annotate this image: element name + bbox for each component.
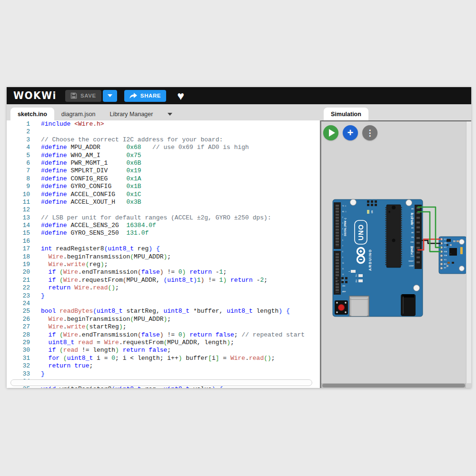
code-line: 22 return Wire.read();: [7, 284, 320, 292]
code-line: 6#define PWR_MGMT_1 0x6B: [7, 159, 320, 167]
code-line: 4#define MPU_ADDR 0x68 // use 0x69 if AD…: [7, 144, 320, 151]
mpu6050-module[interactable]: VCCGNDSCLSDAXDAXCLAD0INT: [439, 237, 466, 274]
digital-pin-label: AREF: [342, 291, 346, 293]
arduino-uno-board[interactable]: UNO ARDUINO DIGITAL (PWM ~) ANALOG IN PO…: [333, 199, 423, 317]
analog-pin-label: A2: [411, 222, 414, 224]
add-part-button[interactable]: +: [343, 125, 358, 140]
sim-menu-button[interactable]: ⋮: [362, 125, 377, 140]
code-line: 14#define ACCEL_SENS_2G 16384.0f: [7, 222, 320, 229]
power-pin-label: RESET: [408, 260, 414, 262]
digital-header[interactable]: [334, 202, 341, 295]
tab-simulation[interactable]: Simulation: [324, 108, 368, 120]
power-led: [367, 210, 369, 214]
mounting-hole: [414, 285, 420, 291]
code-line: 20 if (Wire.endTransmission(false) != 0)…: [7, 268, 320, 276]
capacitor-yellow: [460, 247, 463, 254]
digital-pin-label: 12: [342, 274, 344, 276]
code-line: 5#define WHO_AM_I 0x75: [7, 152, 320, 159]
code-line: 17int readRegister8(uint8_t reg) {: [7, 245, 320, 253]
power-jack: [401, 294, 416, 316]
passive: [450, 244, 452, 246]
passive: [446, 265, 448, 267]
code-lines: 1#include <Wire.h>23// Choose the correc…: [7, 120, 320, 388]
tab-sketch-ino[interactable]: sketch.ino: [10, 108, 54, 120]
top-bar: WOKWi SAVE SHARE ♥: [7, 87, 471, 104]
led-tx: [358, 274, 363, 277]
mpu-pin-label: SCL: [444, 247, 447, 248]
mounting-hole: [406, 200, 412, 206]
code-line: 28 if (Wire.endTransmission(false) != 0)…: [7, 331, 320, 339]
analog-pin-label: A5: [411, 208, 414, 210]
code-editor[interactable]: 1#include <Wire.h>23// Choose the correc…: [7, 120, 320, 388]
code-line: 12: [7, 206, 320, 214]
code-line: 33}: [7, 370, 320, 378]
chevron-down-icon: [108, 94, 112, 97]
code-line: 15#define GYRO_SENS_250 131.0f: [7, 229, 320, 237]
code-line: 7#define SMPLRT_DIV 0x19: [7, 167, 320, 175]
led-l: [351, 270, 356, 273]
run-button[interactable]: [323, 125, 338, 140]
simulation-panel: UNO ARDUINO DIGITAL (PWM ~) ANALOG IN PO…: [321, 120, 471, 388]
mpu-pin-label: GND: [444, 242, 448, 244]
code-line: 18 Wire.beginTransmission(MPU_ADDR);: [7, 253, 320, 261]
analog-pin-label: A0: [411, 232, 414, 234]
power-pin-label: GND: [410, 241, 414, 243]
digital-pin-label: RX←1: [342, 211, 347, 213]
save-dropdown-button[interactable]: [103, 90, 117, 102]
power-pin-label: VIN: [411, 237, 414, 238]
mpu-pin-label: VCC: [444, 238, 447, 240]
code-line: 19 Wire.write(reg);: [7, 261, 320, 268]
wokwi-app-window: WOKWi SAVE SHARE ♥ sketch.ino diagram.js…: [7, 87, 471, 388]
passive: [446, 244, 448, 246]
share-button[interactable]: SHARE: [124, 90, 166, 102]
board-brand-label: ARDUINO: [368, 249, 372, 271]
led-tx-label: TX: [355, 274, 357, 277]
analog-pin-label: A1: [411, 227, 414, 229]
mpu-pin-label: AD0: [444, 263, 447, 265]
share-icon: [129, 93, 137, 99]
kebab-menu-icon: ⋮: [366, 128, 374, 138]
code-line: 26 Wire.beginTransmission(MPU_ADDR);: [7, 316, 320, 323]
code-line: 31 for (uint8_t i = 0; i < length; i++) …: [7, 355, 320, 362]
digital-pin-label: 10: [342, 262, 344, 264]
code-line: 23}: [7, 292, 320, 300]
reset-button[interactable]: [335, 300, 348, 315]
editor-horizontal-scrollbar[interactable]: [10, 379, 312, 386]
plus-icon: +: [347, 128, 354, 138]
regulator-chip: [446, 239, 451, 242]
code-line: 30 if (read != length) return false;: [7, 347, 320, 354]
analog-pin-label: A4: [411, 213, 414, 215]
play-icon: [329, 129, 335, 137]
mounting-hole: [459, 266, 465, 271]
passive: [456, 240, 459, 242]
tab-diagram-json[interactable]: diagram.json: [54, 108, 103, 120]
on-label: ON: [371, 210, 373, 214]
scrollbar-thumb[interactable]: [322, 384, 465, 387]
heart-icon[interactable]: ♥: [177, 90, 184, 102]
library-manager-dropdown-icon[interactable]: [168, 113, 172, 116]
board-name-label: UNO: [357, 224, 365, 240]
save-button-label: SAVE: [80, 93, 96, 99]
code-line: 1#include <Wire.h>: [7, 120, 320, 128]
save-button[interactable]: SAVE: [65, 90, 101, 102]
analog-header[interactable]: [415, 205, 422, 235]
sim-horizontal-scrollbar[interactable]: [321, 383, 466, 388]
code-line: 9#define GYRO_CONFIG 0x1B: [7, 183, 320, 190]
code-line: 10#define ACCEL_CONFIG 0x1C: [7, 191, 320, 198]
sim-vertical-scrollbar[interactable]: [466, 121, 471, 383]
mpu-pin-label: INT: [444, 267, 446, 269]
tab-library-manager[interactable]: Library Manager: [102, 108, 160, 120]
save-icon: [70, 92, 77, 99]
code-line: 21 if (Wire.requestFrom(MPU_ADDR, (uint8…: [7, 277, 320, 284]
mounting-hole: [350, 199, 357, 206]
digital-pin-label: 11: [342, 268, 344, 270]
wokwi-logo[interactable]: WOKWi: [13, 89, 57, 101]
usb-connector: [349, 296, 369, 316]
digital-pin-label: GND: [342, 285, 345, 287]
mpu-pin-label: SDA: [444, 251, 447, 253]
chip-dot: [450, 253, 451, 254]
code-line: 3// Choose the correct I2C address for y…: [7, 136, 320, 144]
mpu-chip: [449, 248, 457, 256]
digital-pin-label: 13: [342, 279, 344, 281]
power-pin-label: GND: [410, 246, 414, 248]
